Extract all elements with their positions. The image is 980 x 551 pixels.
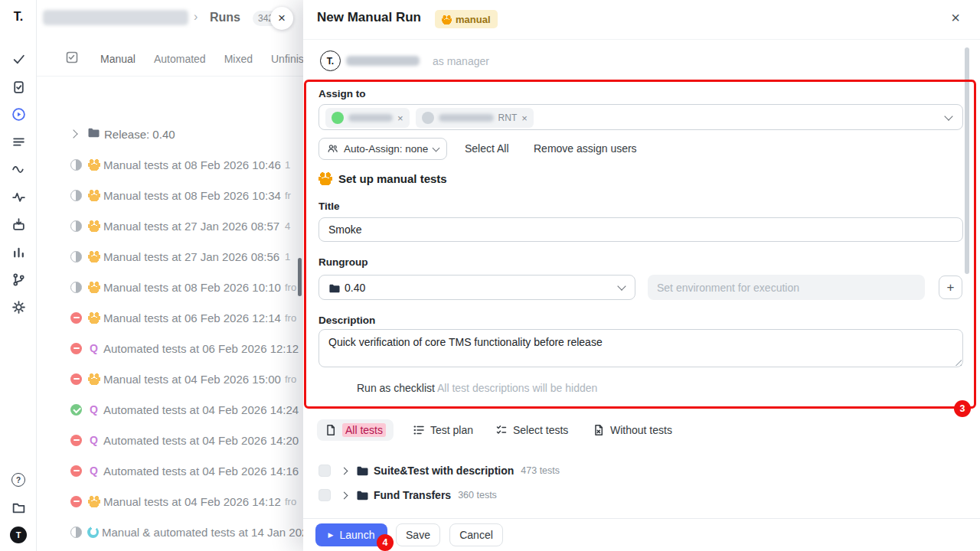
suite-row[interactable]: Suite&Test with description 473 tests (318, 461, 560, 481)
wave-icon[interactable] (0, 158, 37, 181)
rungroup-select[interactable]: 0.40 (318, 275, 635, 300)
modal-close-icon[interactable]: × (951, 10, 960, 25)
run-row[interactable]: Manual tests at 06 Feb 2026 12:14fro (37, 302, 303, 333)
run-type-badge-label: manual (456, 14, 491, 25)
runs-play-icon[interactable] (0, 103, 37, 126)
analytics-icon[interactable] (0, 240, 37, 263)
run-row[interactable]: Automated tests at 04 Feb 2026 14:24 (37, 394, 303, 425)
tab-manual[interactable]: Manual (100, 53, 136, 65)
clipboard-check-icon[interactable] (0, 75, 37, 98)
select-all-link[interactable]: Select All (465, 142, 509, 155)
manual-run-icon (87, 373, 100, 386)
description-textarea[interactable]: Quick verification of core TMS functiona… (318, 329, 963, 367)
manual-run-icon (87, 281, 100, 294)
drawer-close-button[interactable]: × (270, 7, 293, 30)
assign-to-multiselect[interactable]: × RNT × (318, 104, 963, 130)
chevron-right-icon[interactable] (341, 467, 348, 474)
tab-label: Test plan (430, 424, 473, 436)
assignee-name-redacted (439, 114, 494, 122)
status-in-progress-icon (70, 282, 82, 293)
modal-scrollbar[interactable] (965, 47, 969, 274)
import-box-icon[interactable] (0, 213, 37, 236)
tab-automated[interactable]: Automated (154, 53, 206, 65)
run-row[interactable]: Automated tests at 04 Feb 2026 14:20 (37, 425, 303, 455)
branches-icon[interactable] (0, 268, 37, 291)
run-row[interactable]: Manual tests at 08 Feb 2026 10:10fro (37, 272, 303, 302)
paw-icon (442, 15, 452, 24)
suite-checkbox[interactable] (318, 465, 331, 477)
launch-button[interactable]: ▶ Launch (315, 523, 387, 546)
assignee-avatar (332, 112, 344, 124)
run-row[interactable]: Manual & automated tests at 14 Jan 2026 (37, 517, 303, 547)
status-failed-icon (70, 496, 82, 507)
new-manual-run-modal: New Manual Run manual × as manager Assig… (303, 0, 980, 551)
add-environment-button[interactable]: + (939, 276, 962, 299)
breadcrumb-separator: › (194, 10, 198, 24)
profile-avatar[interactable] (0, 523, 37, 546)
app-logo[interactable]: T. (0, 5, 37, 28)
projects-folder-icon[interactable] (0, 496, 37, 519)
manual-run-icon (87, 311, 100, 324)
remove-assignee-icon[interactable]: × (521, 112, 528, 124)
project-name-redacted[interactable] (43, 10, 188, 25)
run-list-scrollbar[interactable] (298, 258, 302, 296)
environment-input[interactable] (648, 275, 925, 300)
run-group-folder[interactable]: Release: 0.40 (37, 119, 303, 149)
file-icon (325, 424, 337, 436)
suite-row[interactable]: Fund Transfers 360 tests (318, 485, 497, 505)
chevron-down-icon[interactable] (944, 112, 952, 120)
run-meta: fro (285, 282, 296, 293)
folder-icon (356, 489, 368, 501)
checklist-label: Run as checklist (357, 382, 435, 394)
settings-gear-icon[interactable] (0, 295, 37, 318)
run-row[interactable]: Automated tests at 06 Feb 2026 12:12 (37, 333, 303, 364)
status-failed-icon (70, 435, 82, 446)
setup-heading: Set up manual tests (338, 172, 447, 185)
title-field-wrap (318, 217, 963, 242)
assignee-avatar (422, 112, 434, 124)
run-title: Automated tests at 06 Feb 2026 12:12 (103, 342, 299, 355)
remove-assignee-icon[interactable]: × (397, 112, 403, 124)
manual-run-icon (87, 158, 100, 171)
manual-run-icon (87, 250, 100, 263)
tab-test-plan[interactable]: Test plan (413, 419, 473, 441)
tab-label: All tests (342, 423, 386, 437)
status-in-progress-icon (70, 251, 82, 262)
help-icon[interactable] (0, 468, 37, 491)
tab-all-tests[interactable]: All tests (317, 419, 394, 441)
tab-label: Select tests (513, 424, 568, 436)
run-row[interactable]: Manual tests at 04 Feb 2026 15:00fro (37, 364, 303, 394)
automated-run-icon (87, 403, 100, 416)
assignee-chip[interactable]: × (325, 108, 410, 128)
environment-field-wrap (648, 275, 925, 300)
checklist-hint: All test descriptions will be hidden (437, 382, 597, 394)
automated-run-icon (87, 342, 100, 355)
list-icon[interactable] (0, 130, 37, 153)
run-row[interactable]: Manual tests at 08 Feb 2026 10:461 (37, 149, 303, 180)
run-row[interactable]: Manual tests at 27 Jan 2026 08:574 (37, 210, 303, 241)
run-row[interactable]: Automated tests at 04 Feb 2026 14:16 (37, 455, 303, 486)
assignee-chip[interactable]: RNT × (416, 108, 534, 128)
tab-select-tests[interactable]: Select tests (495, 419, 568, 441)
tab-mixed[interactable]: Mixed (224, 53, 253, 65)
pulse-icon[interactable] (0, 185, 37, 208)
remove-assign-users-link[interactable]: Remove assign users (534, 142, 637, 155)
tasks-check-icon[interactable] (0, 47, 37, 70)
manual-run-icon (87, 220, 100, 233)
tab-unfinished[interactable]: Unfinished (271, 53, 303, 65)
run-title: Manual tests at 04 Feb 2026 14:12 (103, 495, 281, 508)
suite-checkbox[interactable] (318, 489, 331, 501)
runs-view-icon[interactable] (65, 51, 79, 67)
run-row[interactable]: Manual tests at 08 Feb 2026 10:34fr (37, 180, 303, 210)
chevron-down-icon (617, 282, 626, 290)
auto-assign-dropdown[interactable]: Auto-Assign: none (318, 138, 447, 160)
tab-without-tests[interactable]: Without tests (593, 419, 672, 441)
title-input[interactable] (319, 218, 962, 241)
cancel-button[interactable]: Cancel (449, 523, 503, 546)
modal-title: New Manual Run (317, 10, 421, 25)
run-row[interactable]: Manual tests at 04 Feb 2026 14:12fro (37, 486, 303, 517)
run-row[interactable]: Manual tests at 27 Jan 2026 08:561 (37, 241, 303, 272)
run-list: Release: 0.40 Manual tests at 08 Feb 202… (37, 119, 303, 547)
save-button[interactable]: Save (396, 523, 440, 546)
chevron-right-icon[interactable] (341, 491, 348, 499)
